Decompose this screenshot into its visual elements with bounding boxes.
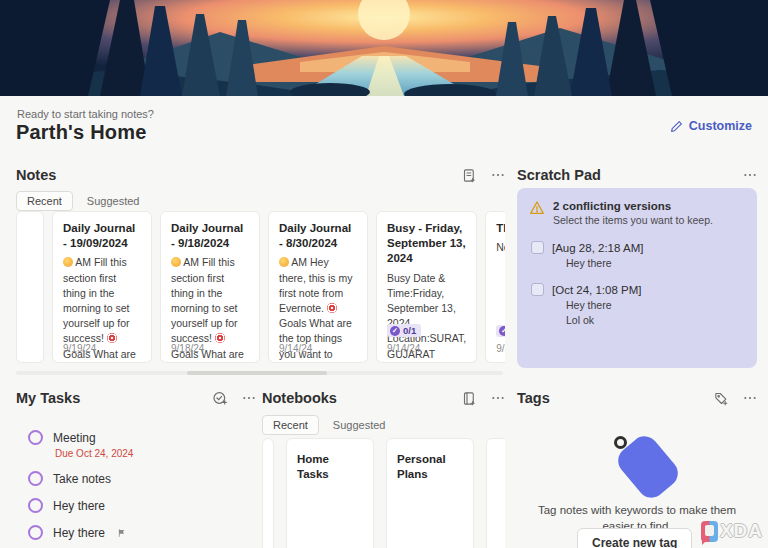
tags-more-icon[interactable] xyxy=(743,391,757,405)
create-new-tag-button[interactable]: Create new tag xyxy=(577,528,692,548)
check-circle-icon: ✓ xyxy=(390,326,400,336)
scratch-pad-more-icon[interactable] xyxy=(743,168,757,182)
version-row: [Oct 24, 1:08 PM] xyxy=(531,283,745,296)
task-checkbox[interactable] xyxy=(28,430,43,445)
task-checkbox[interactable] xyxy=(28,498,43,513)
conflict-subtitle: Select the items you want to keep. xyxy=(553,214,713,226)
scratch-pad-title: Scratch Pad xyxy=(517,167,601,183)
notes-scrollbar-track[interactable] xyxy=(16,371,503,375)
task-row[interactable]: Hey there xyxy=(16,492,256,519)
notes-scrollbar-thumb[interactable] xyxy=(187,371,327,375)
evernote-home-screen: Ready to start taking notes? Parth's Hom… xyxy=(0,0,768,548)
xda-watermark: XDA xyxy=(701,520,763,542)
tag-illustration xyxy=(614,436,684,496)
task-checkbox[interactable] xyxy=(28,471,43,486)
note-card[interactable]: Daily Journal - 9/18/2024 AM Fill this s… xyxy=(160,211,260,363)
new-tag-icon[interactable] xyxy=(714,391,729,406)
xda-logo-text: XDA xyxy=(720,520,763,542)
new-notebook-icon[interactable] xyxy=(462,391,477,406)
version-timestamp: [Oct 24, 1:08 PM] xyxy=(552,284,641,296)
note-date: 9/18/24 xyxy=(171,343,204,354)
note-date: 9/14/24 xyxy=(279,343,312,354)
my-tasks-more-icon[interactable] xyxy=(242,391,256,405)
target-emoji xyxy=(215,333,225,343)
notes-tab-suggested[interactable]: Suggested xyxy=(87,195,140,207)
note-date: 9/14/24 xyxy=(387,343,420,354)
scratch-pad-widget: Scratch Pad 2 conflicting versions Selec… xyxy=(517,167,757,183)
task-row[interactable]: Hey there xyxy=(16,519,256,546)
notes-cards-row: Daily Journal - 19/09/2024 AM Fill this … xyxy=(16,211,505,363)
version-checkbox[interactable] xyxy=(531,283,544,296)
notebooks-tab-suggested[interactable]: Suggested xyxy=(333,419,386,431)
note-card[interactable]: Daily Journal - 8/30/2024 AM Hey there, … xyxy=(268,211,368,363)
notebooks-tabs: Recent Suggested xyxy=(262,415,505,435)
tag-ring xyxy=(614,436,627,449)
notebook-card-partial-right[interactable] xyxy=(486,438,505,548)
notes-tabs: Recent Suggested xyxy=(16,191,505,211)
note-date: 9/1 xyxy=(496,343,505,354)
conflict-title: 2 conflicting versions xyxy=(553,200,713,212)
sun-emoji xyxy=(171,257,181,267)
notes-tab-recent[interactable]: Recent xyxy=(16,191,73,211)
my-tasks-widget: My Tasks Meeting Due Oct 24, 2024 xyxy=(16,390,256,548)
notes-title: Notes xyxy=(16,167,56,183)
greeting-text: Ready to start taking notes? xyxy=(17,108,154,120)
new-task-icon[interactable] xyxy=(212,390,228,406)
note-card[interactable]: Daily Journal - 19/09/2024 AM Fill this … xyxy=(52,211,152,363)
task-list: Meeting Due Oct 24, 2024 Take notes Hey … xyxy=(16,424,256,548)
notebook-card-partial-left[interactable] xyxy=(262,438,274,548)
task-progress-badge: ✓0/1 xyxy=(387,324,421,337)
scratch-pad-panel[interactable]: 2 conflicting versions Select the items … xyxy=(517,188,757,368)
note-card-partial-left[interactable] xyxy=(16,211,44,363)
xda-logo-icon xyxy=(701,521,718,542)
task-row[interactable]: Meeting Due Oct 24, 2024 xyxy=(16,424,256,465)
note-card-partial-right[interactable]: Th No ✓ 9/1 xyxy=(485,211,505,363)
version-row: [Aug 28, 2:18 AM] xyxy=(531,241,745,254)
version-text: Hey there xyxy=(566,299,745,311)
header-cover-image xyxy=(0,0,768,96)
task-checkbox[interactable] xyxy=(28,525,43,540)
task-row[interactable]: Take notes xyxy=(16,465,256,492)
task-progress-badge: ✓ xyxy=(496,325,505,337)
notes-widget: Notes Recent Suggested Daily Journal - 1… xyxy=(16,167,505,383)
customize-button[interactable]: Customize xyxy=(670,119,752,133)
target-emoji xyxy=(327,303,337,313)
notebook-card[interactable]: Personal Plans xyxy=(386,438,474,548)
version-text: Hey there xyxy=(566,257,745,269)
sun-emoji xyxy=(63,257,73,267)
note-card[interactable]: Busy - Friday, September 13, 2024 Busy D… xyxy=(376,211,477,363)
task-due-date: Due Oct 24, 2024 xyxy=(55,448,256,459)
conflict-banner: 2 conflicting versions Select the items … xyxy=(529,200,745,226)
pencil-icon xyxy=(670,120,683,133)
tags-title: Tags xyxy=(517,390,550,406)
version-checkbox[interactable] xyxy=(531,241,544,254)
check-circle-icon: ✓ xyxy=(499,326,505,336)
notebooks-widget: Notebooks Recent Suggested Home Tasks Pe… xyxy=(262,390,505,435)
version-text: Lol ok xyxy=(566,314,745,326)
notebooks-tab-recent[interactable]: Recent xyxy=(262,415,319,435)
customize-label: Customize xyxy=(689,119,752,133)
my-tasks-title: My Tasks xyxy=(16,390,80,406)
target-emoji xyxy=(107,333,117,343)
notebooks-more-icon[interactable] xyxy=(491,391,505,405)
notebooks-title: Notebooks xyxy=(262,390,337,406)
page-title: Parth's Home xyxy=(16,121,147,144)
notes-more-icon[interactable] xyxy=(491,168,505,182)
flag-icon xyxy=(117,528,126,538)
cover-illustration xyxy=(0,0,768,96)
version-timestamp: [Aug 28, 2:18 AM] xyxy=(552,242,643,254)
new-note-icon[interactable] xyxy=(462,168,477,183)
sun-emoji xyxy=(279,257,289,267)
warning-icon xyxy=(529,200,545,216)
notebooks-cards-row: Home Tasks Personal Plans xyxy=(262,438,505,548)
notebook-card[interactable]: Home Tasks xyxy=(286,438,374,548)
note-date: 9/19/24 xyxy=(63,343,96,354)
